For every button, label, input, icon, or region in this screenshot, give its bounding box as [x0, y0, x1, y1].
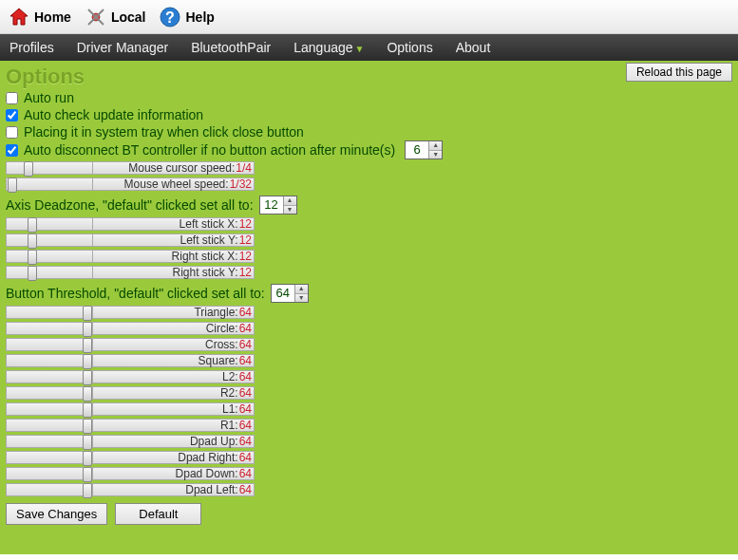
top-toolbar: Home Local ? Help — [0, 0, 738, 34]
help-button[interactable]: ? Help — [159, 6, 214, 28]
slider-track[interactable] — [6, 354, 93, 367]
slider-thumb[interactable] — [83, 402, 92, 418]
auto-check-checkbox[interactable] — [6, 109, 18, 121]
reload-button[interactable]: Reload this page — [626, 63, 732, 82]
menu-options[interactable]: Options — [387, 40, 432, 55]
slider-thumb[interactable] — [8, 177, 17, 193]
slider-thumb[interactable] — [83, 419, 92, 434]
slider-track[interactable] — [6, 338, 93, 351]
slider-thumb[interactable] — [28, 250, 37, 265]
menu-driver-manager[interactable]: Driver Manager — [77, 40, 168, 55]
slider-threshold-10: Dpad Down:64 — [6, 466, 255, 481]
slider-thumb[interactable] — [83, 338, 92, 353]
slider-track[interactable] — [6, 451, 93, 464]
slider-track[interactable] — [6, 250, 93, 263]
opt-auto-run: Auto run — [6, 89, 732, 106]
auto-disc-value: 6 — [406, 141, 428, 159]
slider-threshold-9: Dpad Right:64 — [6, 450, 255, 465]
default-button[interactable]: Default — [115, 503, 201, 525]
local-icon — [85, 6, 107, 28]
home-button[interactable]: Home — [8, 6, 71, 28]
auto-disc-checkbox[interactable] — [6, 144, 18, 157]
footer-buttons: Save Changes Default — [6, 503, 732, 525]
content-area: Reload this page Options Auto run Auto c… — [0, 61, 738, 554]
slider-threshold-11: Dpad Left:64 — [6, 482, 255, 497]
slider-thumb[interactable] — [83, 354, 92, 369]
slider-threshold-7: R1:64 — [6, 418, 255, 433]
slider-label: R1:64 — [93, 419, 255, 432]
auto-disc-label: Auto disconnect BT controller if no butt… — [24, 141, 395, 159]
slider-thumb[interactable] — [83, 322, 92, 337]
threshold-header: Button Threshold, "default" clicked set … — [6, 284, 732, 303]
slider-thumb[interactable] — [83, 483, 92, 498]
auto-run-label: Auto run — [24, 89, 74, 106]
opt-auto-disc: Auto disconnect BT controller if no butt… — [6, 140, 732, 159]
slider-thumb[interactable] — [83, 467, 92, 482]
slider-threshold-8: Dpad Up:64 — [6, 434, 255, 449]
slider-thumb[interactable] — [28, 217, 37, 233]
slider-label: L1:64 — [93, 402, 255, 416]
spin-down-icon[interactable]: ▼ — [295, 294, 308, 303]
slider-track[interactable] — [6, 306, 93, 319]
chevron-down-icon: ▼ — [355, 44, 365, 54]
slider-label: R2:64 — [93, 386, 255, 400]
home-label: Home — [34, 9, 71, 25]
slider-track[interactable] — [6, 233, 93, 247]
svg-text:?: ? — [166, 9, 176, 26]
auto-disc-spinner[interactable]: 6 ▲▼ — [405, 140, 443, 159]
slider-track[interactable] — [6, 161, 93, 175]
slider-thumb[interactable] — [83, 306, 92, 321]
slider-label: Dpad Up:64 — [93, 435, 255, 448]
slider-threshold-2: Cross:64 — [6, 337, 255, 352]
slider-label: Mouse wheel speed:1/32 — [93, 177, 255, 191]
slider-track[interactable] — [6, 402, 93, 416]
slider-label: Cross:64 — [93, 338, 255, 351]
slider-thumb[interactable] — [28, 266, 37, 281]
menu-language[interactable]: Language▼ — [293, 40, 364, 55]
slider-label: Dpad Right:64 — [93, 451, 255, 464]
help-label: Help — [185, 9, 214, 25]
local-button[interactable]: Local — [85, 6, 146, 28]
opt-auto-check: Auto check update information — [6, 106, 732, 123]
spin-down-icon[interactable]: ▼ — [429, 151, 442, 159]
deadzone-header: Axis Deadzone, "default" clicked set all… — [6, 196, 732, 215]
slider-track[interactable] — [6, 483, 93, 496]
slider-label: Triangle:64 — [93, 306, 255, 319]
spin-up-icon[interactable]: ▲ — [284, 196, 296, 206]
slider-track[interactable] — [6, 386, 93, 400]
deadzone-spinner[interactable]: 12 ▲▼ — [259, 196, 297, 215]
slider-track[interactable] — [6, 419, 93, 432]
slider-thumb[interactable] — [83, 386, 92, 401]
slider-threshold-3: Square:64 — [6, 353, 255, 368]
save-button[interactable]: Save Changes — [6, 503, 107, 525]
spin-up-icon[interactable]: ▲ — [295, 285, 308, 294]
threshold-spinner[interactable]: 64 ▲▼ — [271, 284, 309, 303]
slider-thumb[interactable] — [83, 435, 92, 450]
slider-track[interactable] — [6, 467, 93, 480]
slider-mouse-cursor: Mouse cursor speed:1/4 — [6, 160, 255, 176]
slider-deadzone-1: Left stick Y:12 — [6, 233, 255, 248]
spin-up-icon[interactable]: ▲ — [429, 141, 442, 151]
slider-track[interactable] — [6, 370, 93, 383]
home-icon — [8, 6, 30, 28]
slider-track[interactable] — [6, 217, 93, 231]
slider-track[interactable] — [6, 266, 93, 279]
menu-profiles[interactable]: Profiles — [9, 40, 54, 55]
slider-deadzone-3: Right stick Y:12 — [6, 265, 255, 280]
auto-run-checkbox[interactable] — [6, 92, 18, 104]
slider-track[interactable] — [6, 322, 93, 335]
slider-track[interactable] — [6, 177, 93, 191]
spin-down-icon[interactable]: ▼ — [284, 206, 296, 215]
slider-thumb[interactable] — [24, 161, 33, 177]
slider-thumb[interactable] — [83, 451, 92, 466]
slider-track[interactable] — [6, 435, 93, 448]
systray-checkbox[interactable] — [6, 126, 18, 139]
slider-threshold-5: R2:64 — [6, 385, 255, 401]
slider-thumb[interactable] — [83, 370, 92, 385]
systray-label: Placing it in system tray when click clo… — [24, 123, 304, 140]
slider-thumb[interactable] — [28, 233, 37, 249]
slider-deadzone-0: Left stick X:12 — [6, 216, 255, 232]
menu-bluetooth-pair[interactable]: BluetoothPair — [191, 40, 271, 55]
menu-about[interactable]: About — [456, 40, 491, 55]
slider-mouse-wheel: Mouse wheel speed:1/32 — [6, 177, 255, 192]
